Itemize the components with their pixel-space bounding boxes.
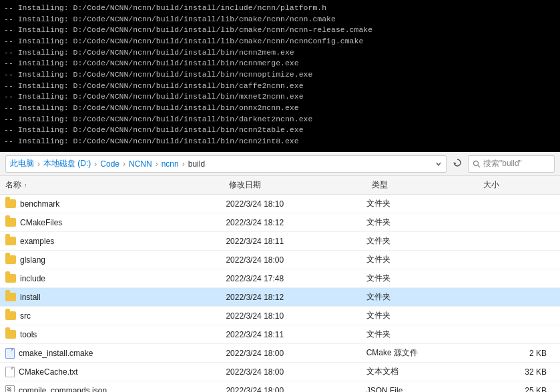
breadcrumb-this-pc[interactable]: 此电脑 — [10, 158, 34, 169]
folder-icon — [5, 255, 16, 264]
folder-icon — [5, 237, 16, 245]
table-row[interactable]: compile_commands.json 2022/3/24 18:00 JS… — [0, 381, 560, 392]
file-name-cell: src — [5, 311, 226, 321]
table-row[interactable]: cmake_install.cmake 2022/3/24 18:00 CMak… — [0, 344, 560, 363]
file-type-cell: 文件夹 — [366, 254, 477, 265]
file-name-cell: install — [5, 293, 226, 302]
file-size-cell: 2 KB — [477, 349, 555, 358]
file-type-cell: 文件夹 — [366, 310, 477, 321]
file-date-cell: 2022/3/24 18:00 — [226, 255, 366, 265]
file-type-cell: 文件夹 — [366, 235, 477, 247]
address-bar: 此电脑 › 本地磁盘 (D:) › Code › NCNN › ncnn › b… — [0, 152, 560, 176]
file-name-cell: CMakeCache.txt — [5, 367, 226, 377]
file-name-label: include — [20, 274, 45, 283]
breadcrumb-drive[interactable]: 本地磁盘 (D:) — [43, 158, 91, 169]
terminal-line: -- Installing: D:/Code/NCNN/ncnn/build/i… — [4, 58, 556, 69]
file-type-cell: 文件夹 — [366, 329, 477, 340]
json-link-file-icon — [5, 385, 15, 393]
file-name-label: compile_commands.json — [19, 386, 107, 393]
file-name-label: cmake_install.cmake — [19, 349, 93, 358]
breadcrumb-ncnn2[interactable]: ncnn — [162, 159, 179, 169]
file-type-cell: JSON File — [366, 386, 477, 393]
svg-line-1 — [478, 165, 480, 167]
file-name-cell: glslang — [5, 255, 226, 265]
table-row[interactable]: src 2022/3/24 18:10 文件夹 — [0, 307, 560, 325]
file-date-cell: 2022/3/24 18:00 — [226, 349, 366, 358]
file-name-cell: include — [5, 274, 226, 283]
terminal-line — [4, 147, 556, 152]
table-row[interactable]: examples 2022/3/24 18:11 文件夹 — [0, 232, 560, 251]
terminal-line: -- Installing: D:/Code/NCNN/ncnn/build/i… — [4, 91, 556, 103]
folder-icon — [5, 218, 16, 227]
terminal-line: -- Installing: D:/Code/NCNN/ncnn/build/i… — [4, 3, 556, 14]
file-name-cell: tools — [5, 330, 226, 339]
terminal-line: -- Installing: D:/Code/NCNN/ncnn/build/i… — [4, 125, 556, 136]
file-date-cell: 2022/3/24 18:10 — [226, 311, 366, 321]
folder-icon — [5, 293, 16, 301]
terminal-line: -- Installing: D:/Code/NCNN/ncnn/build/i… — [4, 69, 556, 81]
terminal-line: -- Installing: D:/Code/NCNN/ncnn/build/i… — [4, 114, 556, 125]
refresh-icon — [453, 158, 462, 167]
terminal-line: -- Installing: D:/Code/NCNN/ncnn/build/i… — [4, 103, 556, 114]
terminal-line: -- Installing: D:/Code/NCNN/ncnn/build/i… — [4, 25, 556, 36]
folder-icon — [5, 199, 16, 208]
file-date-cell: 2022/3/24 18:10 — [226, 199, 366, 209]
breadcrumb-ncnn1[interactable]: NCNN — [129, 159, 152, 169]
file-name-cell: CMakeFiles — [5, 218, 226, 227]
terminal-line: -- Installing: D:/Code/NCNN/ncnn/build/i… — [4, 36, 556, 47]
table-row[interactable]: CMakeCache.txt 2022/3/24 18:00 文本文档 32 K… — [0, 363, 560, 381]
file-type-cell: 文件夹 — [366, 217, 477, 228]
file-date-cell: 2022/3/24 18:12 — [226, 218, 366, 227]
terminal-line: -- Installing: D:/Code/NCNN/ncnn/build/i… — [4, 136, 556, 147]
file-type-cell: 文件夹 — [366, 291, 477, 303]
table-row[interactable]: install 2022/3/24 18:12 文件夹 — [0, 288, 560, 307]
col-header-date[interactable]: 修改日期 — [229, 179, 371, 191]
terminal-line: -- Installing: D:/Code/NCNN/ncnn/build/i… — [4, 14, 556, 25]
col-header-type[interactable]: 类型 — [372, 179, 484, 191]
file-type-cell: 文件夹 — [366, 273, 477, 284]
table-row[interactable]: CMakeFiles 2022/3/24 18:12 文件夹 — [0, 213, 560, 232]
file-size-cell: 32 KB — [477, 367, 555, 377]
file-date-cell: 2022/3/24 18:11 — [226, 330, 366, 339]
file-date-cell: 2022/3/24 17:48 — [226, 274, 366, 283]
file-name-label: CMakeFiles — [20, 218, 62, 227]
breadcrumb-code[interactable]: Code — [100, 159, 119, 169]
file-name-label: src — [20, 311, 31, 321]
search-box[interactable]: 搜索"build" — [468, 155, 555, 173]
file-name-cell: examples — [5, 237, 226, 246]
file-name-label: examples — [20, 237, 54, 246]
table-row[interactable]: benchmark 2022/3/24 18:10 文件夹 — [0, 195, 560, 213]
file-type-cell: CMake 源文件 — [366, 347, 477, 359]
breadcrumb[interactable]: 此电脑 › 本地磁盘 (D:) › Code › NCNN › ncnn › b… — [5, 155, 447, 173]
file-list-header: 名称 ↑ 修改日期 类型 大小 — [0, 176, 560, 195]
file-name-cell: benchmark — [5, 199, 226, 209]
file-name-cell: compile_commands.json — [5, 385, 226, 393]
col-header-name[interactable]: 名称 ↑ — [5, 179, 229, 191]
search-icon — [473, 160, 481, 168]
file-name-label: CMakeCache.txt — [19, 367, 78, 377]
terminal-line: -- Installing: D:/Code/NCNN/ncnn/build/i… — [4, 47, 556, 59]
svg-point-0 — [474, 161, 479, 165]
file-name-label: glslang — [20, 255, 45, 265]
folder-icon — [5, 311, 16, 320]
breadcrumb-dropdown-icon[interactable] — [435, 159, 442, 169]
col-header-size[interactable]: 大小 — [483, 179, 555, 191]
file-type-cell: 文件夹 — [366, 198, 477, 209]
folder-icon — [5, 274, 16, 283]
file-name-label: benchmark — [20, 199, 59, 209]
file-size-cell: 25 KB — [477, 386, 555, 393]
cmake-file-icon — [5, 348, 15, 359]
breadcrumb-build[interactable]: build — [188, 159, 205, 169]
file-date-cell: 2022/3/24 18:00 — [226, 367, 366, 377]
table-row[interactable]: glslang 2022/3/24 18:00 文件夹 — [0, 251, 560, 269]
terminal-line: -- Installing: D:/Code/NCNN/ncnn/build/i… — [4, 81, 556, 92]
table-row[interactable]: tools 2022/3/24 18:11 文件夹 — [0, 325, 560, 344]
table-row[interactable]: include 2022/3/24 17:48 文件夹 — [0, 269, 560, 288]
file-list-area: 名称 ↑ 修改日期 类型 大小 benchmark 2022/3/24 18:1… — [0, 176, 560, 392]
refresh-button[interactable] — [449, 157, 465, 171]
file-name-label: install — [20, 293, 41, 302]
terminal: -- Installing: D:/Code/NCNN/ncnn/build/i… — [0, 0, 560, 152]
file-date-cell: 2022/3/24 18:00 — [226, 386, 366, 393]
search-placeholder: 搜索"build" — [483, 158, 522, 169]
file-type-cell: 文本文档 — [366, 366, 477, 377]
